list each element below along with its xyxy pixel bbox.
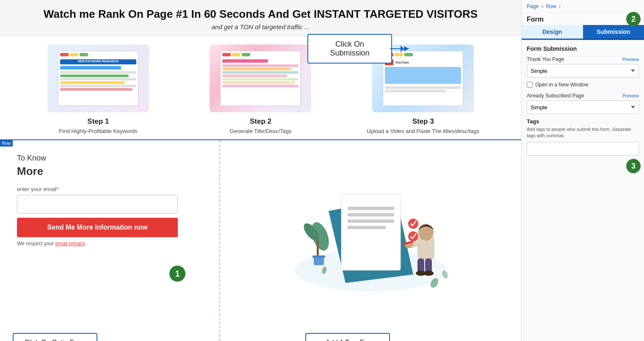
tags-desc: Add tags to people who submit this form.…: [527, 126, 639, 139]
breadcrumb-row[interactable]: Row: [546, 3, 556, 9]
illustration-side: [220, 140, 521, 341]
header-banner: Watch me Rank On Page #1 In 60 Seconds A…: [0, 0, 521, 36]
step-1-label: Step 1: [87, 117, 109, 126]
step-3-label: Step 3: [412, 117, 434, 126]
open-new-window-row: Open in a New Window: [527, 82, 639, 88]
thank-you-page-select[interactable]: Simple: [527, 64, 639, 78]
lower-section: Row To Know More enter your email* Send …: [0, 139, 521, 341]
svg-rect-12: [312, 255, 325, 258]
tags-label: Tags: [527, 118, 639, 125]
already-subscribed-label: Already Subscribed Page Preview: [527, 93, 639, 99]
illustration-svg: [286, 186, 456, 296]
panel-section-title: Form Submission: [527, 45, 639, 52]
num-circle-3: 3: [626, 159, 641, 173]
privacy-link[interactable]: email privacy: [55, 241, 85, 247]
callout-tag: Add A Tag: Ex: Vendor's Name: [305, 333, 390, 341]
row-label: Row: [0, 140, 13, 147]
email-label: enter your email*: [17, 186, 202, 192]
breadcrumb-page[interactable]: Page: [527, 3, 539, 9]
privacy-text: We respect your email privacy.: [17, 241, 202, 247]
panel-tabs: Design Submission: [522, 25, 644, 40]
panel-form-label: Form: [522, 13, 644, 23]
svg-rect-5: [348, 226, 386, 229]
thank-you-preview-link[interactable]: Preview: [622, 57, 639, 62]
step-2-desc: Generate Title/Desc/Tags: [230, 128, 292, 135]
step-2-item: Step 2 Generate Title/Desc/Tags: [201, 44, 320, 135]
already-subscribed-select[interactable]: Simple: [527, 100, 639, 114]
email-input[interactable]: [17, 195, 178, 213]
callout-optin: Click On Optin Form: [13, 333, 97, 341]
svg-rect-10: [317, 241, 319, 258]
tab-design[interactable]: Design: [522, 25, 583, 40]
open-new-window-checkbox[interactable]: [527, 82, 533, 88]
optin-side: To Know More enter your email* Send Me M…: [0, 140, 220, 341]
tags-input[interactable]: [527, 142, 639, 155]
already-subscribed-preview-link[interactable]: Preview: [622, 93, 639, 98]
submit-button[interactable]: Send Me More Information now: [17, 218, 178, 237]
header-subtitle: and get a TON of targeted traffic ...: [8, 23, 513, 30]
step-1-item: NEW KEYWORD RESEARCH Step 1 Find Highly-…: [39, 44, 158, 135]
svg-point-6: [408, 219, 418, 229]
thank-you-page-label: Thank You Page Preview: [527, 56, 639, 62]
svg-point-7: [408, 231, 418, 241]
num-circle-1: 1: [169, 266, 185, 282]
svg-point-21: [423, 271, 434, 276]
right-panel: 2 3 Page › Row › Form Design Submission …: [521, 0, 644, 341]
svg-rect-3: [348, 213, 394, 216]
svg-rect-2: [348, 207, 394, 210]
optin-label: To Know More: [17, 153, 202, 179]
callout-submission-arrow: [390, 44, 415, 53]
step-2-label: Step 2: [250, 117, 271, 126]
num-circle-2: 2: [626, 12, 641, 26]
header-title: Watch me Rank On Page #1 In 60 Seconds A…: [8, 8, 513, 21]
open-new-window-label: Open in a New Window: [535, 82, 588, 88]
svg-rect-1: [341, 194, 401, 270]
steps-section: NEW KEYWORD RESEARCH Step 1 Find Highly-…: [0, 36, 521, 139]
callout-submission: Click On Submission: [307, 34, 392, 64]
breadcrumb: Page › Row ›: [522, 0, 644, 13]
step-1-image: NEW KEYWORD RESEARCH: [47, 44, 149, 112]
step-3-desc: Upload a Video and Paste The titles/desc…: [367, 128, 479, 135]
tab-submission[interactable]: Submission: [583, 25, 644, 40]
step-1-desc: Find Highly-Profitable Keywords: [59, 128, 137, 135]
step-2-image: [210, 44, 311, 112]
panel-body: Form Submission Thank You Page Preview S…: [522, 40, 644, 341]
svg-rect-4: [348, 219, 394, 223]
